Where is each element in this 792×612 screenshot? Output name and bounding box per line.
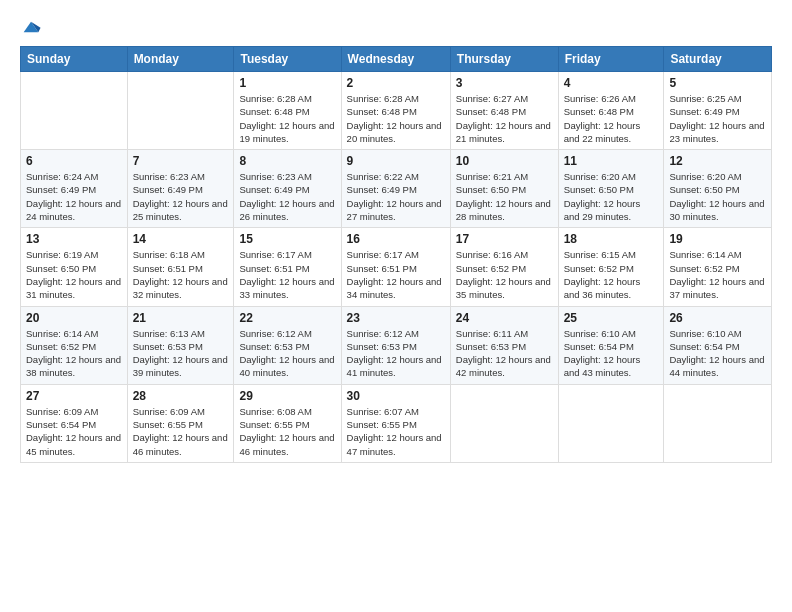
daylight-label: Daylight: 12 hours and 20 minutes.: [347, 120, 442, 144]
sunset-label: Sunset: 6:55 PM: [239, 419, 309, 430]
day-number: 12: [669, 154, 766, 168]
sunrise-label: Sunrise: 6:10 AM: [669, 328, 741, 339]
calendar-cell: 15Sunrise: 6:17 AMSunset: 6:51 PMDayligh…: [234, 228, 341, 306]
sunrise-label: Sunrise: 6:16 AM: [456, 249, 528, 260]
page: SundayMondayTuesdayWednesdayThursdayFrid…: [0, 0, 792, 612]
sunset-label: Sunset: 6:48 PM: [239, 106, 309, 117]
day-number: 23: [347, 311, 445, 325]
sunrise-label: Sunrise: 6:17 AM: [239, 249, 311, 260]
calendar-week-1: 6Sunrise: 6:24 AMSunset: 6:49 PMDaylight…: [21, 150, 772, 228]
sunset-label: Sunset: 6:52 PM: [564, 263, 634, 274]
daylight-label: Daylight: 12 hours and 40 minutes.: [239, 354, 334, 378]
sunset-label: Sunset: 6:52 PM: [456, 263, 526, 274]
sunset-label: Sunset: 6:49 PM: [239, 184, 309, 195]
sunrise-label: Sunrise: 6:27 AM: [456, 93, 528, 104]
calendar-cell: 29Sunrise: 6:08 AMSunset: 6:55 PMDayligh…: [234, 384, 341, 462]
day-info: Sunrise: 6:18 AMSunset: 6:51 PMDaylight:…: [133, 248, 229, 301]
calendar-cell: [558, 384, 664, 462]
sunrise-label: Sunrise: 6:17 AM: [347, 249, 419, 260]
day-number: 5: [669, 76, 766, 90]
sunset-label: Sunset: 6:50 PM: [669, 184, 739, 195]
daylight-label: Daylight: 12 hours and 38 minutes.: [26, 354, 121, 378]
calendar-cell: 5Sunrise: 6:25 AMSunset: 6:49 PMDaylight…: [664, 72, 772, 150]
day-info: Sunrise: 6:27 AMSunset: 6:48 PMDaylight:…: [456, 92, 553, 145]
day-number: 2: [347, 76, 445, 90]
day-number: 3: [456, 76, 553, 90]
sunrise-label: Sunrise: 6:12 AM: [347, 328, 419, 339]
day-info: Sunrise: 6:13 AMSunset: 6:53 PMDaylight:…: [133, 327, 229, 380]
calendar-cell: 25Sunrise: 6:10 AMSunset: 6:54 PMDayligh…: [558, 306, 664, 384]
sunset-label: Sunset: 6:53 PM: [347, 341, 417, 352]
day-number: 28: [133, 389, 229, 403]
daylight-label: Daylight: 12 hours and 19 minutes.: [239, 120, 334, 144]
daylight-label: Daylight: 12 hours and 29 minutes.: [564, 198, 641, 222]
sunset-label: Sunset: 6:54 PM: [564, 341, 634, 352]
sunset-label: Sunset: 6:54 PM: [26, 419, 96, 430]
day-number: 14: [133, 232, 229, 246]
day-info: Sunrise: 6:23 AMSunset: 6:49 PMDaylight:…: [239, 170, 335, 223]
day-info: Sunrise: 6:28 AMSunset: 6:48 PMDaylight:…: [239, 92, 335, 145]
day-info: Sunrise: 6:20 AMSunset: 6:50 PMDaylight:…: [564, 170, 659, 223]
calendar-cell: [127, 72, 234, 150]
daylight-label: Daylight: 12 hours and 27 minutes.: [347, 198, 442, 222]
calendar-cell: 27Sunrise: 6:09 AMSunset: 6:54 PMDayligh…: [21, 384, 128, 462]
daylight-label: Daylight: 12 hours and 25 minutes.: [133, 198, 228, 222]
sunset-label: Sunset: 6:50 PM: [564, 184, 634, 195]
calendar-cell: 3Sunrise: 6:27 AMSunset: 6:48 PMDaylight…: [450, 72, 558, 150]
calendar-cell: 14Sunrise: 6:18 AMSunset: 6:51 PMDayligh…: [127, 228, 234, 306]
calendar-cell: 16Sunrise: 6:17 AMSunset: 6:51 PMDayligh…: [341, 228, 450, 306]
sunset-label: Sunset: 6:50 PM: [26, 263, 96, 274]
sunrise-label: Sunrise: 6:12 AM: [239, 328, 311, 339]
logo-icon: [20, 16, 42, 38]
daylight-label: Daylight: 12 hours and 36 minutes.: [564, 276, 641, 300]
sunrise-label: Sunrise: 6:09 AM: [133, 406, 205, 417]
sunset-label: Sunset: 6:51 PM: [133, 263, 203, 274]
calendar-cell: [664, 384, 772, 462]
day-info: Sunrise: 6:09 AMSunset: 6:54 PMDaylight:…: [26, 405, 122, 458]
daylight-label: Daylight: 12 hours and 44 minutes.: [669, 354, 764, 378]
day-number: 17: [456, 232, 553, 246]
sunrise-label: Sunrise: 6:09 AM: [26, 406, 98, 417]
sunrise-label: Sunrise: 6:15 AM: [564, 249, 636, 260]
calendar-cell: 19Sunrise: 6:14 AMSunset: 6:52 PMDayligh…: [664, 228, 772, 306]
sunset-label: Sunset: 6:49 PM: [669, 106, 739, 117]
calendar-cell: 22Sunrise: 6:12 AMSunset: 6:53 PMDayligh…: [234, 306, 341, 384]
sunrise-label: Sunrise: 6:26 AM: [564, 93, 636, 104]
sunset-label: Sunset: 6:48 PM: [456, 106, 526, 117]
sunrise-label: Sunrise: 6:28 AM: [347, 93, 419, 104]
sunrise-label: Sunrise: 6:21 AM: [456, 171, 528, 182]
sunset-label: Sunset: 6:48 PM: [564, 106, 634, 117]
day-info: Sunrise: 6:28 AMSunset: 6:48 PMDaylight:…: [347, 92, 445, 145]
daylight-label: Daylight: 12 hours and 39 minutes.: [133, 354, 228, 378]
day-info: Sunrise: 6:08 AMSunset: 6:55 PMDaylight:…: [239, 405, 335, 458]
sunrise-label: Sunrise: 6:10 AM: [564, 328, 636, 339]
calendar-cell: 6Sunrise: 6:24 AMSunset: 6:49 PMDaylight…: [21, 150, 128, 228]
calendar-cell: 10Sunrise: 6:21 AMSunset: 6:50 PMDayligh…: [450, 150, 558, 228]
day-info: Sunrise: 6:17 AMSunset: 6:51 PMDaylight:…: [347, 248, 445, 301]
sunrise-label: Sunrise: 6:08 AM: [239, 406, 311, 417]
calendar: SundayMondayTuesdayWednesdayThursdayFrid…: [20, 46, 772, 463]
calendar-cell: [450, 384, 558, 462]
daylight-label: Daylight: 12 hours and 34 minutes.: [347, 276, 442, 300]
day-number: 4: [564, 76, 659, 90]
calendar-cell: 26Sunrise: 6:10 AMSunset: 6:54 PMDayligh…: [664, 306, 772, 384]
daylight-label: Daylight: 12 hours and 47 minutes.: [347, 432, 442, 456]
daylight-label: Daylight: 12 hours and 41 minutes.: [347, 354, 442, 378]
calendar-cell: 13Sunrise: 6:19 AMSunset: 6:50 PMDayligh…: [21, 228, 128, 306]
day-number: 20: [26, 311, 122, 325]
calendar-cell: 30Sunrise: 6:07 AMSunset: 6:55 PMDayligh…: [341, 384, 450, 462]
day-number: 18: [564, 232, 659, 246]
day-number: 7: [133, 154, 229, 168]
day-info: Sunrise: 6:21 AMSunset: 6:50 PMDaylight:…: [456, 170, 553, 223]
day-number: 15: [239, 232, 335, 246]
daylight-label: Daylight: 12 hours and 32 minutes.: [133, 276, 228, 300]
daylight-label: Daylight: 12 hours and 24 minutes.: [26, 198, 121, 222]
day-number: 11: [564, 154, 659, 168]
sunset-label: Sunset: 6:52 PM: [26, 341, 96, 352]
day-number: 27: [26, 389, 122, 403]
sunrise-label: Sunrise: 6:25 AM: [669, 93, 741, 104]
daylight-label: Daylight: 12 hours and 35 minutes.: [456, 276, 551, 300]
sunrise-label: Sunrise: 6:20 AM: [564, 171, 636, 182]
sunset-label: Sunset: 6:53 PM: [456, 341, 526, 352]
day-number: 10: [456, 154, 553, 168]
